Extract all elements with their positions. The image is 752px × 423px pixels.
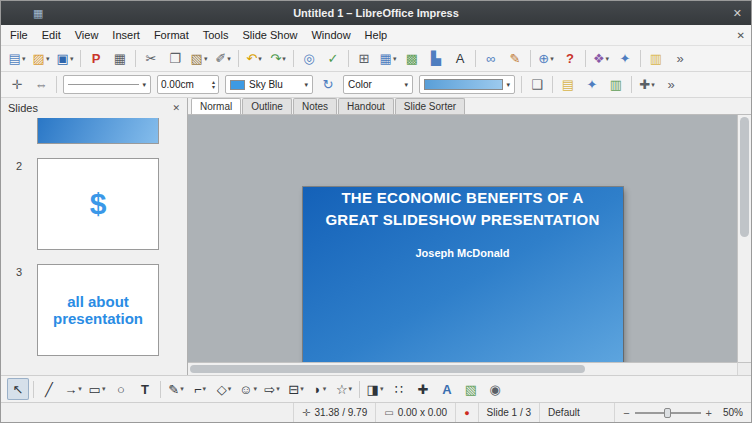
menubar: FileEditViewInsertFormatToolsSlide ShowW… (1, 25, 751, 46)
toolbar-overflow-button[interactable]: » (669, 48, 691, 70)
vertical-scrollbar[interactable] (737, 115, 751, 362)
save-button[interactable]: ▣▾ (54, 48, 76, 70)
block-arrows-tool[interactable]: ⇨▾ (261, 378, 283, 400)
curve-tool[interactable]: ✎▾ (165, 378, 187, 400)
find-replace-button[interactable]: ◎ (298, 48, 320, 70)
comment-button[interactable]: ▥ (645, 48, 667, 70)
redo-button[interactable]: ↷▾ (267, 48, 289, 70)
copy-button[interactable]: ❐ (164, 48, 186, 70)
tab-handout[interactable]: Handout (338, 98, 394, 114)
horizontal-scrollbar-thumb[interactable] (190, 365, 585, 373)
slide-title-textbox[interactable]: THE ECONOMIC BENEFITS OF A GREAT SLIDESH… (303, 187, 623, 231)
line-color-select[interactable]: Sky Blu ▾ (225, 75, 313, 94)
area-color-select[interactable]: ▾ (419, 75, 515, 94)
menu-edit[interactable]: Edit (35, 26, 68, 44)
ellipse-tool[interactable]: ○ (110, 378, 132, 400)
tab-outline[interactable]: Outline (242, 98, 292, 114)
insert-image-tool[interactable]: ▧ (460, 378, 482, 400)
zoom-out-button[interactable]: − (623, 407, 629, 419)
zoom-level-value[interactable]: 50% (717, 407, 743, 418)
edit-points-tool[interactable]: ∷ (388, 378, 410, 400)
window-close-button[interactable]: ✕ (733, 7, 742, 20)
vertical-scrollbar-thumb[interactable] (740, 117, 749, 237)
area-style-select[interactable]: Color ▾ (343, 75, 413, 94)
tab-normal[interactable]: Normal (191, 98, 241, 114)
spelling-button[interactable]: ✓ (322, 48, 344, 70)
fontwork-tool[interactable]: A (436, 378, 458, 400)
line-arrow-style-button[interactable]: ⇔ (30, 74, 52, 96)
dropdown-arrow-icon: ▾ (203, 385, 207, 393)
display-grid-button[interactable]: ⊞ (353, 48, 375, 70)
export-pdf-button[interactable]: P (85, 48, 107, 70)
open-file-button[interactable]: ▨▾ (30, 48, 52, 70)
new-presentation-button[interactable]: ▤▾ (6, 48, 28, 70)
insert-hyperlink-button[interactable]: ∞ (480, 48, 502, 70)
insert-image-button[interactable]: ▩ (401, 48, 423, 70)
flowchart-tool[interactable]: ⊟▾ (285, 378, 307, 400)
edit-points-button[interactable]: ✛ (6, 74, 28, 96)
tab-slide-sorter[interactable]: Slide Sorter (395, 98, 465, 114)
zoom-slider-thumb[interactable] (664, 408, 671, 418)
line-tool[interactable]: ╱ (38, 378, 60, 400)
shadow-button[interactable]: ❑ (526, 74, 548, 96)
line-width-input[interactable]: 0.00cm ▴ ▾ (157, 75, 219, 94)
slide-subtitle-textbox[interactable]: Joseph McDonald (303, 247, 623, 259)
help-button[interactable]: ? (559, 48, 581, 70)
show-draw-functions-button[interactable]: ✎ (504, 48, 526, 70)
spinner-arrows-icon[interactable]: ▴ ▾ (212, 80, 215, 90)
slide-info-field[interactable]: Slide 1 / 3 (478, 403, 539, 422)
glue-points-tool[interactable]: ✚ (412, 378, 434, 400)
toolbar-overflow-button[interactable]: » (660, 74, 682, 96)
presentation-views-button[interactable]: ▥ (605, 74, 627, 96)
menu-slide-show[interactable]: Slide Show (235, 26, 304, 44)
menu-help[interactable]: Help (358, 26, 395, 44)
rectangle-tool[interactable]: ▭▾ (86, 378, 108, 400)
zoom-in-button[interactable]: + (706, 407, 712, 419)
paste-button[interactable]: ▧▾ (188, 48, 210, 70)
slide-properties-button[interactable]: ▤ (557, 74, 579, 96)
connector-tool[interactable]: ⌐▾ (189, 378, 211, 400)
gallery-button[interactable]: ❖▾ (590, 48, 612, 70)
slide-thumbnail-1[interactable] (37, 118, 159, 144)
menu-format[interactable]: Format (147, 26, 196, 44)
horizontal-scrollbar[interactable] (188, 362, 737, 375)
tab-notes[interactable]: Notes (293, 98, 337, 114)
insert-table-button[interactable]: ▦▾ (377, 48, 399, 70)
titlebar[interactable]: ▦ Untitled 1 – LibreOffice Impress ✕ (1, 1, 751, 25)
glue-points-button[interactable]: ✚▾ (636, 74, 658, 96)
document-close-button[interactable]: ✕ (737, 30, 745, 41)
line-style-select[interactable]: ▾ (63, 75, 151, 94)
text-box-tool[interactable]: T (134, 378, 156, 400)
slide-thumbnail-2[interactable]: $ (37, 158, 159, 250)
print-button[interactable]: ▦ (109, 48, 131, 70)
callout-shapes-tool[interactable]: ◗▾ (309, 378, 331, 400)
insert-text-box-button[interactable]: A (449, 48, 471, 70)
zoom-slider[interactable] (635, 407, 701, 418)
3d-objects-tool[interactable]: ◨▾ (364, 378, 386, 400)
spin-down-icon[interactable]: ▾ (212, 85, 215, 90)
page-style-field[interactable]: Default (539, 403, 614, 422)
navigator-button[interactable]: ✦ (614, 48, 636, 70)
select-tool[interactable]: ↖ (7, 378, 29, 400)
stars-banners-tool[interactable]: ☆▾ (333, 378, 355, 400)
menu-tools[interactable]: Tools (196, 26, 236, 44)
menu-file[interactable]: File (3, 26, 35, 44)
line-arrow-tool[interactable]: →▾ (62, 378, 84, 400)
slides-panel-close-button[interactable]: ✕ (172, 103, 180, 113)
cut-button[interactable]: ✂ (140, 48, 162, 70)
slide-thumbnail-3[interactable]: all about presentation (37, 264, 159, 356)
basic-shapes-tool[interactable]: ◇▾ (213, 378, 235, 400)
zoom-button[interactable]: ⊕▾ (535, 48, 557, 70)
insert-chart-button[interactable]: ▙ (425, 48, 447, 70)
symbol-shapes-tool[interactable]: ☺▾ (237, 378, 259, 400)
clone-formatting-button[interactable]: ✐▾ (212, 48, 234, 70)
undo-button[interactable]: ↶▾ (243, 48, 265, 70)
toggle-extrusion-tool[interactable]: ◉ (484, 378, 506, 400)
menu-window[interactable]: Window (304, 26, 357, 44)
interaction-button[interactable]: ✦ (581, 74, 603, 96)
menu-insert[interactable]: Insert (105, 26, 147, 44)
slide-canvas[interactable]: THE ECONOMIC BENEFITS OF A GREAT SLIDESH… (303, 187, 623, 362)
rotate-button[interactable]: ↻ (317, 74, 339, 96)
menu-view[interactable]: View (68, 26, 106, 44)
zoom-button-glyph: ⊕ (538, 52, 549, 65)
